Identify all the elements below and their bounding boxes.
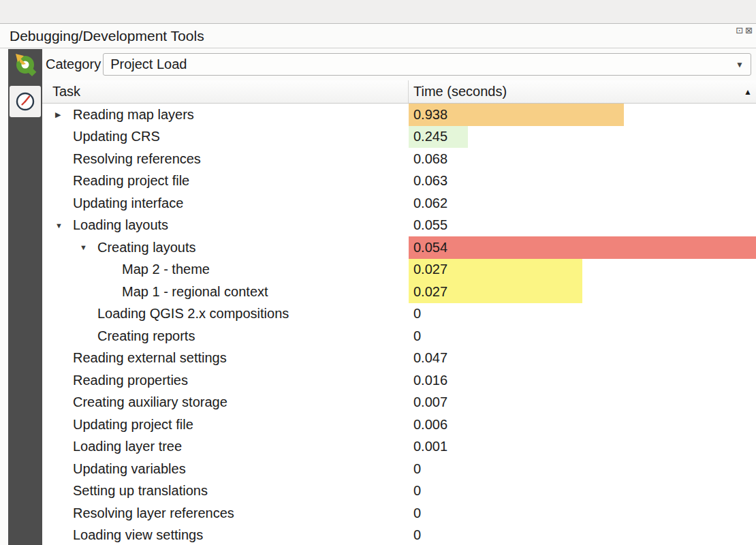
time-value: 0.027 <box>409 284 447 300</box>
float-panel-icon[interactable]: ⊡ <box>736 26 743 35</box>
task-cell: Updating CRS <box>42 126 409 149</box>
task-label: Updating project file <box>73 417 193 433</box>
tree-indent <box>42 114 52 115</box>
task-label: Resolving layer references <box>73 505 234 521</box>
tree-indent <box>42 513 52 514</box>
tab-profiler[interactable] <box>10 86 41 117</box>
table-row[interactable]: Reading properties 0.016 <box>42 369 756 392</box>
task-cell: Creating reports <box>42 325 409 347</box>
table-row[interactable]: ▼ Creating layouts 0.054 <box>42 236 756 259</box>
task-cell: Loading QGIS 2.x compositions <box>42 303 409 326</box>
table-row[interactable]: Creating auxiliary storage 0.007 <box>42 392 756 414</box>
table-row[interactable]: Loading QGIS 2.x compositions 0 <box>42 303 756 326</box>
table-row[interactable]: Loading layer tree 0.001 <box>42 436 756 458</box>
task-label: Updating interface <box>73 196 183 211</box>
table-row[interactable]: Updating interface 0.062 <box>42 192 756 215</box>
task-cell: Setting up translations <box>42 480 409 503</box>
task-label: Loading layouts <box>73 217 168 233</box>
time-cell: 0 <box>409 525 756 545</box>
task-cell: Resolving layer references <box>42 502 409 525</box>
time-value: 0.938 <box>409 107 447 123</box>
time-cell: 0.055 <box>409 215 756 237</box>
table-row[interactable]: ▶ Reading map layers 0.938 <box>42 104 756 126</box>
time-cell: 0.027 <box>409 259 756 281</box>
tree-expand-icon[interactable]: ▼ <box>76 243 97 251</box>
tree-indent <box>42 535 52 535</box>
tree-expand-icon[interactable]: ▼ <box>52 221 73 230</box>
table-row[interactable]: Updating project file 0.006 <box>42 414 756 436</box>
time-cell: 0.047 <box>409 347 756 370</box>
tree-indent <box>42 247 76 248</box>
tree-indent <box>42 424 52 425</box>
time-heat-bar <box>409 236 756 259</box>
time-cell: 0 <box>409 458 756 480</box>
category-dropdown-value: Project Load <box>110 57 187 72</box>
time-value: 0.245 <box>409 129 447 144</box>
time-value: 0 <box>409 505 421 521</box>
time-cell: 0.938 <box>409 104 756 126</box>
table-row[interactable]: Updating variables 0 <box>42 458 756 480</box>
close-panel-icon[interactable]: ⊠ <box>745 26 753 35</box>
task-table-body[interactable]: ▶ Reading map layers 0.938 Updating CRS … <box>42 104 756 545</box>
tree-indent <box>42 446 52 447</box>
tree-indent <box>42 490 52 491</box>
task-label: Map 1 - regional context <box>122 284 268 300</box>
table-row[interactable]: Map 1 - regional context 0.027 <box>42 281 756 303</box>
column-header-task[interactable]: Task <box>42 80 409 103</box>
task-label: Loading view settings <box>73 527 203 543</box>
task-cell: Map 1 - regional context <box>42 281 409 303</box>
time-value: 0.027 <box>409 262 447 277</box>
task-cell: ▼ Creating layouts <box>42 236 409 259</box>
task-label: Map 2 - theme <box>122 262 210 277</box>
table-row[interactable]: Resolving layer references 0 <box>42 502 756 525</box>
category-dropdown[interactable]: Project Load ▼ <box>103 53 751 76</box>
sort-ascending-icon[interactable]: ▲ <box>744 87 752 97</box>
task-cell: Map 2 - theme <box>42 259 409 281</box>
table-row[interactable]: Resolving references 0.068 <box>42 148 756 170</box>
table-row[interactable]: Reading external settings 0.047 <box>42 347 756 370</box>
time-value: 0.068 <box>409 151 447 167</box>
task-cell: Creating auxiliary storage <box>42 392 409 414</box>
time-value: 0.007 <box>409 394 447 410</box>
table-row[interactable]: Reading project file 0.063 <box>42 170 756 193</box>
task-cell: Loading layer tree <box>42 436 409 458</box>
task-cell: Updating variables <box>42 458 409 480</box>
tree-indent <box>42 136 52 137</box>
chevron-down-icon: ▼ <box>736 60 744 69</box>
task-label: Loading QGIS 2.x compositions <box>97 306 289 322</box>
time-cell: 0.001 <box>409 436 756 458</box>
task-label: Reading properties <box>73 373 188 388</box>
task-label: Reading external settings <box>73 350 227 366</box>
table-row[interactable]: Creating reports 0 <box>42 325 756 347</box>
tree-indent <box>42 269 101 270</box>
tree-indent <box>42 159 52 159</box>
table-row[interactable]: Updating CRS 0.245 <box>42 126 756 149</box>
tree-indent <box>42 402 52 403</box>
category-toolbar: Category Project Load ▼ <box>0 48 756 80</box>
task-cell: ▶ Reading map layers <box>42 104 409 126</box>
panel-window-controls: ⊡ ⊠ <box>736 26 753 35</box>
tool-tabstrip <box>8 80 42 545</box>
column-header-time[interactable]: Time (seconds) ▲ <box>409 80 756 103</box>
tree-indent <box>42 380 52 381</box>
table-row[interactable]: Loading view settings 0 <box>42 525 756 545</box>
time-cell: 0.054 <box>409 236 756 259</box>
time-value: 0 <box>409 527 421 543</box>
task-label: Creating reports <box>97 328 195 344</box>
table-row[interactable]: ▼ Loading layouts 0.055 <box>42 215 756 237</box>
time-cell: 0.062 <box>409 192 756 215</box>
tree-expand-icon[interactable]: ▶ <box>52 110 73 119</box>
table-row[interactable]: Map 2 - theme 0.027 <box>42 259 756 281</box>
tree-indent <box>42 313 76 314</box>
profiler-table: Task Time (seconds) ▲ ▶ Reading map laye… <box>42 80 756 545</box>
tree-indent <box>42 203 52 204</box>
tree-indent <box>42 292 101 292</box>
task-label: Reading project file <box>73 173 189 189</box>
task-label: Resolving references <box>73 151 201 167</box>
tree-indent <box>42 336 76 337</box>
qgis-logo-icon <box>8 49 42 80</box>
time-value: 0.016 <box>409 373 447 388</box>
table-row[interactable]: Setting up translations 0 <box>42 480 756 503</box>
time-value: 0.062 <box>409 196 447 211</box>
task-label: Reading map layers <box>73 107 194 123</box>
